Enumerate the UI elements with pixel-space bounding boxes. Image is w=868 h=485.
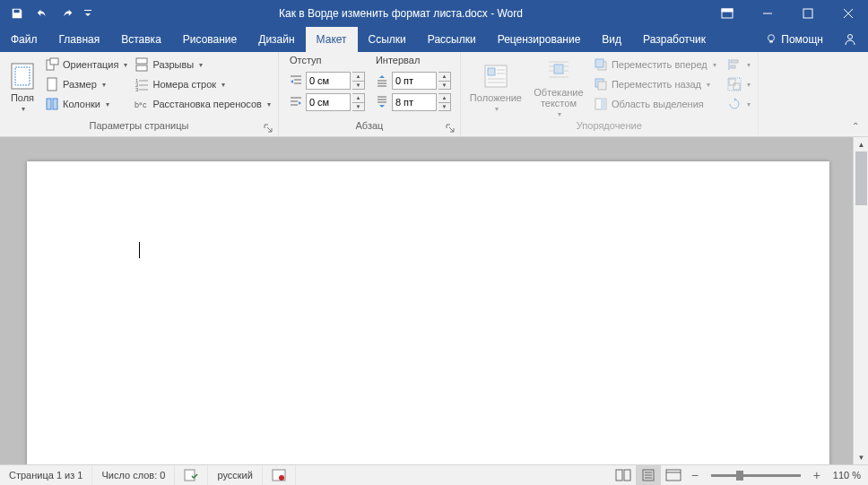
svg-rect-15: [136, 58, 147, 64]
dropdown-arrow-icon: ▾: [558, 110, 561, 118]
indent-heading: Отступ: [288, 55, 365, 69]
zoom-slider-thumb[interactable]: [736, 471, 743, 481]
send-backward-button[interactable]: Переместить назад ▾: [590, 74, 720, 94]
breaks-button[interactable]: Разрывы ▾: [131, 55, 273, 74]
columns-label: Колонки: [63, 99, 100, 109]
tab-file[interactable]: Файл: [0, 27, 48, 52]
zoom-level[interactable]: 110 %: [826, 470, 868, 481]
spacing-after-spinner[interactable]: ▲▼: [438, 93, 451, 111]
margins-button[interactable]: Поля ▾: [4, 55, 41, 120]
minimize-button[interactable]: [747, 0, 787, 27]
quick-access-toolbar: [0, 3, 95, 24]
tab-insert[interactable]: Вставка: [110, 27, 172, 52]
indent-right-spinner[interactable]: ▲▼: [352, 93, 365, 111]
tab-view[interactable]: Вид: [591, 27, 632, 52]
tab-layout[interactable]: Макет: [306, 27, 358, 52]
rotate-button[interactable]: ▾: [724, 94, 754, 114]
hyphenation-button[interactable]: bᵃc Расстановка переносов ▾: [131, 94, 273, 114]
tab-home[interactable]: Главная: [48, 27, 111, 52]
svg-rect-64: [616, 470, 622, 481]
scroll-down-button[interactable]: ▼: [854, 450, 868, 464]
svg-rect-52: [598, 82, 606, 90]
size-button[interactable]: Размер ▾: [41, 74, 131, 94]
bring-forward-label: Переместить вперед: [612, 59, 707, 70]
tab-developer[interactable]: Разработчик: [632, 27, 716, 52]
word-count[interactable]: Число слов: 0: [92, 465, 175, 485]
dropdown-arrow-icon: ▾: [707, 81, 710, 89]
line-numbers-button[interactable]: 123 Номера строк ▾: [131, 74, 273, 94]
svg-rect-14: [53, 99, 57, 109]
macro-icon: [272, 469, 286, 481]
share-icon: [843, 32, 857, 47]
ribbon-display-options-button[interactable]: [707, 0, 747, 27]
text-cursor: [139, 242, 140, 258]
redo-button[interactable]: [56, 3, 79, 24]
indent-right-input[interactable]: [306, 93, 351, 111]
dropdown-arrow-icon: ▾: [124, 61, 127, 69]
spacing-before-spinner[interactable]: ▲▼: [438, 72, 451, 90]
group-objects-button[interactable]: ▾: [724, 74, 754, 94]
print-layout-button[interactable]: [636, 465, 661, 485]
selection-pane-button[interactable]: Область выделения: [590, 94, 720, 114]
save-button[interactable]: [5, 3, 29, 24]
scrollbar-thumb[interactable]: [855, 152, 867, 205]
wrap-text-button[interactable]: Обтекание текстом ▾: [527, 55, 590, 120]
wrap-icon: [544, 56, 573, 85]
paragraph-launcher[interactable]: [446, 124, 456, 134]
share-button[interactable]: [832, 32, 868, 47]
spacing-before-input[interactable]: [392, 72, 437, 90]
zoom-in-button[interactable]: +: [808, 468, 826, 482]
scroll-up-button[interactable]: ▲: [854, 137, 868, 152]
indent-left-input[interactable]: [306, 72, 351, 90]
bring-forward-button[interactable]: Переместить вперед ▾: [590, 55, 720, 74]
tell-me-button[interactable]: Помощн: [756, 33, 832, 46]
rotate-icon: [727, 97, 742, 111]
svg-point-7: [848, 35, 853, 39]
tab-mailings[interactable]: Рассылки: [417, 27, 487, 52]
close-button[interactable]: [828, 0, 868, 27]
margins-label: Поля: [11, 92, 34, 103]
vertical-scrollbar[interactable]: ▲ ▼: [853, 137, 868, 464]
spacing-after-input[interactable]: [392, 93, 437, 111]
orientation-button[interactable]: Ориентация ▾: [41, 55, 131, 74]
undo-button[interactable]: [30, 3, 54, 24]
indent-left-spinner[interactable]: ▲▼: [352, 72, 365, 90]
align-button[interactable]: ▾: [724, 55, 754, 74]
dropdown-arrow-icon: ▾: [22, 105, 25, 113]
web-layout-button[interactable]: [661, 465, 686, 485]
svg-rect-59: [733, 83, 740, 90]
macro-status[interactable]: [263, 465, 296, 485]
window-title: Как в Ворде изменить формат листа.docx -…: [95, 7, 707, 20]
collapse-ribbon-button[interactable]: ⌃: [848, 118, 863, 133]
selection-pane-label: Область выделения: [612, 99, 704, 109]
zoom-out-button[interactable]: −: [686, 468, 704, 482]
position-icon: [482, 62, 510, 91]
margins-icon: [8, 62, 37, 91]
group-page-setup: Поля ▾ Ориентация ▾ Размер ▾ Колонки ▾: [0, 52, 279, 136]
maximize-button[interactable]: [787, 0, 828, 27]
svg-rect-42: [554, 65, 563, 74]
dropdown-arrow-icon: ▾: [713, 61, 716, 69]
columns-button[interactable]: Колонки ▾: [41, 94, 131, 114]
page-viewport[interactable]: [0, 137, 853, 464]
tab-review[interactable]: Рецензирование: [487, 27, 592, 52]
document-page[interactable]: [27, 161, 829, 464]
page-status[interactable]: Страница 1 из 1: [0, 465, 92, 485]
zoom-slider[interactable]: [711, 474, 801, 477]
svg-rect-12: [48, 78, 56, 91]
tab-draw[interactable]: Рисование: [172, 27, 247, 52]
orientation-icon: [45, 57, 59, 72]
hyphenation-label: Расстановка переносов: [152, 99, 261, 109]
svg-rect-70: [666, 470, 681, 481]
spellcheck-status[interactable]: [175, 465, 208, 485]
position-button[interactable]: Положение ▾: [464, 55, 527, 120]
tab-design[interactable]: Дизайн: [247, 27, 305, 52]
svg-text:3: 3: [135, 87, 139, 91]
dropdown-arrow-icon: ▾: [106, 100, 109, 108]
size-label: Размер: [63, 79, 97, 90]
tab-references[interactable]: Ссылки: [358, 27, 417, 52]
language-status[interactable]: русский: [208, 465, 262, 485]
qat-customize-button[interactable]: [81, 3, 95, 24]
page-setup-launcher[interactable]: [264, 124, 274, 134]
read-mode-button[interactable]: [611, 465, 636, 485]
